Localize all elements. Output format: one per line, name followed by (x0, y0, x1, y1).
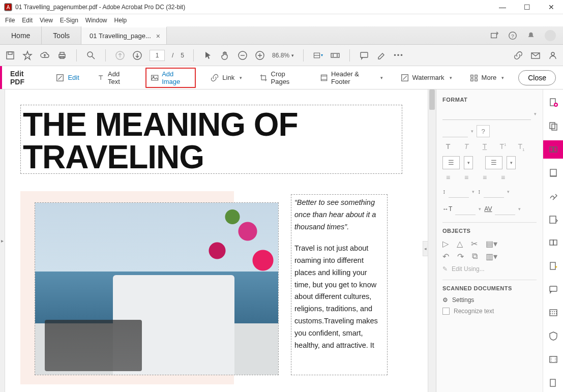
italic-icon[interactable]: T (461, 142, 472, 152)
menu-help[interactable]: Help (114, 17, 127, 24)
help-icon[interactable]: ? (508, 31, 517, 40)
edit-tool[interactable]: Edit (52, 71, 82, 84)
rail-protect-icon[interactable] (543, 327, 564, 345)
tab-home[interactable]: Home (0, 26, 42, 44)
document-viewport[interactable]: THE MEANING OF TRAVELING “Better to see … (5, 89, 428, 392)
print-icon[interactable] (57, 50, 67, 61)
add-text-tool[interactable]: Add Text (94, 68, 134, 87)
align-objects-icon[interactable]: ▥▾ (486, 252, 497, 261)
people-icon[interactable] (548, 50, 558, 61)
rail-export-icon[interactable] (543, 164, 564, 182)
minimize-button[interactable]: — (495, 3, 510, 11)
edit-using-label[interactable]: Edit Using... (452, 265, 485, 273)
rail-combine-icon[interactable] (543, 117, 564, 135)
close-button[interactable]: Close (518, 70, 556, 85)
menu-file[interactable]: File (5, 17, 15, 24)
left-panel-toggle[interactable]: ▸ (0, 89, 5, 392)
replace-image-icon[interactable]: ⧉ (472, 252, 478, 261)
zoom-select[interactable]: 86.8%▾ (272, 52, 294, 59)
page-up-icon[interactable] (115, 50, 125, 61)
menu-window[interactable]: Window (85, 17, 107, 24)
more-tools-icon[interactable]: ••• (394, 50, 404, 61)
fit-width-icon[interactable]: ▾ (313, 50, 323, 61)
read-mode-icon[interactable] (330, 50, 340, 61)
tab-document[interactable]: 01 Travelling_page... × (81, 26, 167, 44)
rail-compress-icon[interactable] (543, 234, 564, 252)
paragraph-spacing-icon[interactable]: ↕ (478, 188, 481, 195)
rail-create-pdf-icon[interactable] (543, 94, 564, 112)
rotate-left-icon[interactable]: ↶ (442, 252, 449, 261)
bullet-list-icon[interactable]: ☰ (442, 156, 460, 169)
title-bar: A 01 Travelling_pagenumber.pdf - Adobe A… (0, 0, 563, 14)
menu-view[interactable]: View (40, 17, 53, 24)
crop-pages-tool[interactable]: Crop Pages (256, 68, 306, 87)
font-family-select[interactable] (442, 108, 531, 120)
hand-icon[interactable] (220, 50, 230, 61)
add-image-tool[interactable]: Add Image (145, 68, 196, 88)
tab-tools[interactable]: Tools (42, 26, 81, 44)
horizontal-scale-icon[interactable]: ↔T (442, 205, 452, 213)
number-list-icon[interactable]: ☰ (485, 156, 502, 169)
rotate-right-icon[interactable]: ↷ (457, 252, 464, 261)
svg-rect-25 (470, 75, 473, 77)
arrange-icon[interactable]: ▤▾ (486, 239, 497, 249)
watermark-tool[interactable]: Watermark (397, 71, 455, 84)
document-image[interactable] (35, 202, 279, 375)
underline-icon[interactable]: T (479, 142, 490, 152)
bell-icon[interactable] (526, 31, 536, 40)
align-right-icon[interactable]: ≡ (479, 173, 490, 182)
highlight-icon[interactable] (376, 50, 387, 61)
comment-icon[interactable] (359, 50, 369, 61)
rail-comment-icon[interactable] (543, 280, 564, 298)
font-size-select[interactable] (442, 125, 468, 137)
more-tool[interactable]: More (466, 71, 508, 84)
recognize-checkbox[interactable] (442, 308, 450, 315)
line-spacing-icon[interactable]: ↕ (442, 188, 446, 195)
align-justify-icon[interactable]: ≡ (497, 173, 509, 182)
text-color-picker[interactable]: ? (477, 125, 490, 137)
page-down-icon[interactable] (132, 50, 142, 61)
document-text-column[interactable]: “Better to see something once than hear … (291, 194, 388, 375)
flip-horizontal-icon[interactable]: △ (457, 239, 463, 249)
char-spacing-icon[interactable]: AV (484, 205, 492, 213)
link-tool[interactable]: Link (207, 71, 245, 84)
page-current-input[interactable]: 1 (150, 50, 165, 61)
rail-edit-pdf-icon[interactable] (543, 140, 564, 159)
link-share-icon[interactable] (513, 50, 523, 61)
rail-redact-icon[interactable] (543, 257, 564, 275)
rail-organize-icon[interactable] (543, 210, 564, 229)
zoom-in-icon[interactable] (255, 50, 265, 61)
vertical-scrollbar[interactable] (428, 89, 436, 392)
menu-edit[interactable]: Edit (22, 17, 33, 24)
bold-icon[interactable]: T (442, 142, 454, 152)
header-footer-tool[interactable]: Header & Footer (317, 68, 386, 87)
menu-esign[interactable]: E-Sign (60, 17, 78, 24)
avatar-icon[interactable] (545, 30, 556, 41)
bullet-list-dropdown[interactable]: ▾ (464, 156, 473, 169)
share-icon[interactable] (490, 31, 499, 40)
right-panel-toggle[interactable]: ◂ (423, 241, 428, 256)
rail-more-icon[interactable] (543, 374, 564, 392)
find-icon[interactable] (86, 50, 96, 61)
save-icon[interactable] (5, 50, 15, 61)
align-left-icon[interactable]: ≡ (442, 173, 454, 182)
subscript-icon[interactable]: T1 (516, 142, 527, 152)
settings-label[interactable]: Settings (452, 296, 474, 304)
email-icon[interactable] (530, 50, 541, 61)
rail-sign-icon[interactable] (543, 187, 564, 205)
number-list-dropdown[interactable]: ▾ (507, 156, 516, 169)
document-heading[interactable]: THE MEANING OF TRAVELING (20, 105, 402, 174)
maximize-button[interactable]: ☐ (519, 3, 535, 11)
rail-media-icon[interactable] (543, 350, 564, 369)
close-window-button[interactable]: ✕ (544, 3, 559, 11)
cloud-upload-icon[interactable] (40, 50, 50, 61)
star-icon[interactable] (22, 50, 33, 61)
tab-close-icon[interactable]: × (156, 32, 160, 40)
superscript-icon[interactable]: T1 (497, 142, 509, 152)
zoom-out-icon[interactable] (238, 50, 248, 61)
pointer-icon[interactable] (203, 50, 213, 61)
rail-scan-icon[interactable] (543, 304, 564, 322)
align-center-icon[interactable]: ≡ (461, 173, 472, 182)
crop-object-icon[interactable]: ✂ (471, 239, 478, 249)
flip-vertical-icon[interactable]: ▷ (442, 239, 449, 249)
